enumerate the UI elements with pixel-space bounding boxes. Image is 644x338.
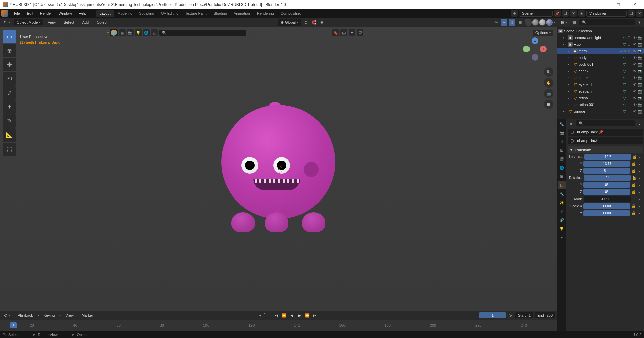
gizmo-neg-y-axis[interactable] bbox=[532, 54, 538, 61]
select-menu[interactable]: Select bbox=[60, 19, 78, 26]
shading-solid[interactable] bbox=[532, 19, 539, 26]
expand-icon[interactable]: ▸ bbox=[568, 56, 572, 59]
playback-menu[interactable]: Playback bbox=[14, 312, 36, 319]
gizmo-x-axis[interactable]: X bbox=[540, 46, 547, 52]
transform-tool[interactable]: ✦ bbox=[3, 100, 16, 114]
shading-rendered[interactable] bbox=[546, 19, 553, 26]
color-mode-icon[interactable] bbox=[111, 30, 117, 36]
lock-icon[interactable]: 🔓 bbox=[631, 190, 636, 194]
select-all-icon[interactable]: ▦ bbox=[119, 29, 126, 36]
disable-render-icon[interactable]: 📷 bbox=[638, 103, 643, 107]
cursor-tool[interactable]: ⊕ bbox=[3, 44, 16, 57]
editor-type-dropdown[interactable]: ⬚▾ bbox=[1, 19, 13, 26]
delete-scene-icon[interactable]: ✕ bbox=[570, 10, 577, 17]
disable-render-icon[interactable]: 📷 bbox=[638, 42, 643, 47]
rotation-z-input[interactable] bbox=[583, 189, 630, 195]
tab-output[interactable]: 🖨 bbox=[558, 137, 566, 146]
lock-icon[interactable]: 🔓 bbox=[631, 169, 636, 173]
header-collapse-icon[interactable]: ▾ bbox=[107, 31, 109, 34]
timeline-track[interactable]: 1 204060 80100120 140160180 200220240 bbox=[0, 320, 557, 331]
location-y-input[interactable] bbox=[583, 161, 630, 167]
location-z-input[interactable] bbox=[583, 168, 630, 174]
hide-icon[interactable]: 👁 bbox=[632, 82, 637, 87]
rotation-x-input[interactable] bbox=[584, 175, 631, 181]
workspace-compositing[interactable]: Compositing bbox=[277, 10, 305, 17]
add-cube-tool[interactable]: ⬚ bbox=[3, 143, 16, 156]
hide-icon[interactable]: 👁 bbox=[632, 62, 637, 67]
current-frame-input[interactable] bbox=[479, 312, 506, 318]
filter-icon[interactable]: ▼ bbox=[349, 29, 355, 36]
expand-icon[interactable]: ▸ bbox=[568, 103, 572, 106]
character-model[interactable] bbox=[218, 92, 339, 232]
navigation-gizmo[interactable]: Z X bbox=[523, 37, 547, 61]
tree-row[interactable]: ▸ ▽ cheek l ▽ 👁 📷 bbox=[557, 68, 644, 74]
restrict-select-icon[interactable] bbox=[627, 62, 631, 67]
hide-icon[interactable]: 👁 bbox=[632, 96, 637, 100]
minimize-button[interactable]: ─ bbox=[596, 0, 609, 9]
lock-icon[interactable]: 🔓 bbox=[632, 155, 637, 159]
prop-options-icon[interactable]: ⋮ bbox=[636, 120, 643, 127]
select-tool[interactable]: ▭ bbox=[3, 30, 16, 43]
hide-icon[interactable]: 👁 bbox=[632, 89, 637, 94]
outliner-display-dropdown[interactable]: ▤▾ bbox=[558, 19, 570, 26]
camera-view-icon[interactable]: 📹 bbox=[544, 89, 553, 98]
world-icon[interactable]: 🌐 bbox=[143, 29, 150, 36]
tab-constraint[interactable]: 🔗 bbox=[558, 216, 566, 224]
snap-icon[interactable]: 🧲 bbox=[311, 19, 317, 26]
viewlayer-name-input[interactable] bbox=[586, 10, 627, 17]
orientation-dropdown[interactable]: ⊕ Global▾ bbox=[278, 19, 301, 26]
bookmark-icon[interactable]: 🔖 bbox=[332, 29, 339, 36]
restrict-select-icon[interactable]: ☑ bbox=[627, 36, 631, 40]
new-viewlayer-icon[interactable]: ❐ bbox=[628, 10, 635, 17]
viewlayer-browse-icon[interactable]: ◈ bbox=[578, 10, 585, 17]
perspective-toggle-icon[interactable]: ▦ bbox=[544, 100, 553, 109]
add-menu[interactable]: Add bbox=[79, 19, 92, 26]
workspace-layout[interactable]: Layout bbox=[96, 10, 114, 17]
expand-icon[interactable]: ▸ bbox=[568, 96, 572, 100]
new-scene-icon[interactable]: ❐ bbox=[562, 10, 569, 17]
scale-x-input[interactable] bbox=[583, 203, 630, 209]
overlay-toggle-icon[interactable]: ⊚ bbox=[509, 19, 515, 26]
measure-tool[interactable]: 📐 bbox=[3, 128, 16, 142]
viewport-search[interactable]: 🔍 bbox=[159, 30, 246, 36]
rotation-mode-dropdown[interactable] bbox=[584, 196, 631, 202]
proportional-icon[interactable]: ◉ bbox=[319, 19, 325, 26]
view-menu[interactable]: View bbox=[44, 19, 59, 26]
tab-tool[interactable]: 🔧 bbox=[558, 120, 566, 128]
tree-row[interactable]: ▸ ▣ teeth ▽19 ☑ 👁 📷 bbox=[557, 48, 644, 54]
tab-object[interactable]: ▢ bbox=[558, 181, 566, 189]
edit-menu[interactable]: Edit bbox=[24, 10, 37, 17]
workspace-shading[interactable]: Shading bbox=[210, 10, 230, 17]
workspace-sculpting[interactable]: Sculpting bbox=[136, 10, 157, 17]
tab-viewlayer[interactable]: 🖼 bbox=[558, 146, 566, 154]
file-menu[interactable]: File bbox=[11, 10, 24, 17]
workspace-animation[interactable]: Animation bbox=[230, 10, 254, 17]
tree-row[interactable]: ▸ ▽ eyeball l ▽ 👁 📷 bbox=[557, 81, 644, 88]
start-frame[interactable]: Start1 bbox=[515, 312, 533, 318]
hide-icon[interactable]: 👁 bbox=[632, 69, 637, 73]
breadcrumb[interactable]: ▢ TriLamp-Back 📌 bbox=[568, 129, 643, 136]
expand-icon[interactable]: ▸ bbox=[568, 90, 572, 93]
object-menu[interactable]: Object bbox=[93, 19, 111, 26]
scene-browse-icon[interactable]: ◈ bbox=[511, 10, 518, 17]
scene-name-input[interactable] bbox=[519, 10, 553, 17]
tab-collection[interactable]: ▣ bbox=[558, 172, 566, 180]
restrict-select-icon[interactable] bbox=[627, 109, 631, 114]
frame-range-icon[interactable]: ⏲ bbox=[507, 312, 514, 319]
viewport-3d[interactable]: ▭ ⊕ ✥ ⟲ ⤢ ✦ ✎ 📐 ⬚ ▾ ▦ 📷 💡 🌐 △ 🔍 bbox=[0, 27, 557, 311]
disable-render-icon[interactable]: 📷 bbox=[638, 36, 643, 40]
tab-particle[interactable]: ✨ bbox=[558, 199, 566, 207]
autokey-icon[interactable]: ● bbox=[257, 312, 264, 319]
render-menu[interactable]: Render bbox=[37, 10, 55, 17]
shading-wireframe[interactable] bbox=[525, 19, 532, 26]
expand-icon[interactable]: ▾ bbox=[563, 43, 567, 46]
camera-icon[interactable]: 📷 bbox=[127, 29, 134, 36]
hide-icon[interactable]: 👁 bbox=[632, 36, 637, 40]
jump-start-button[interactable]: ⏮ bbox=[273, 312, 280, 319]
lock-icon[interactable]: 🔓 bbox=[631, 211, 636, 215]
tree-row[interactable]: ▸ ▽ cheek r ▽ 👁 📷 bbox=[557, 74, 644, 81]
restrict-select-icon[interactable] bbox=[627, 76, 631, 80]
prop-browse-icon[interactable]: ◈ bbox=[568, 120, 574, 127]
tab-world[interactable]: 🌐 bbox=[558, 164, 566, 172]
tree-row[interactable]: ▸ ▽ body.001 ▽ 👁 📷 bbox=[557, 61, 644, 68]
